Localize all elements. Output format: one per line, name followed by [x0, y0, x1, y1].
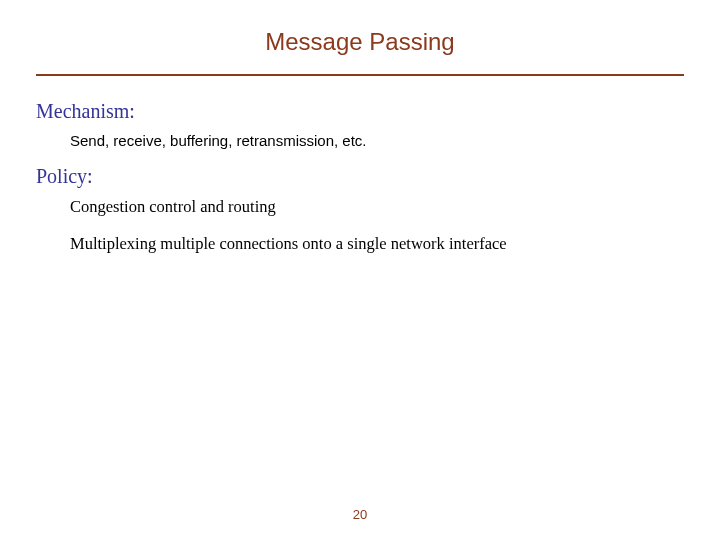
bullet-item: Send, receive, buffering, retransmission… — [70, 131, 684, 151]
slide: Message Passing Mechanism: Send, receive… — [0, 0, 720, 540]
section-heading-policy: Policy: — [36, 165, 684, 188]
section-heading-mechanism: Mechanism: — [36, 100, 684, 123]
bullet-item: Multiplexing multiple connections onto a… — [70, 233, 684, 255]
slide-content: Mechanism: Send, receive, buffering, ret… — [0, 76, 720, 255]
slide-title: Message Passing — [0, 0, 720, 74]
bullet-item: Congestion control and routing — [70, 196, 684, 218]
page-number: 20 — [0, 507, 720, 522]
